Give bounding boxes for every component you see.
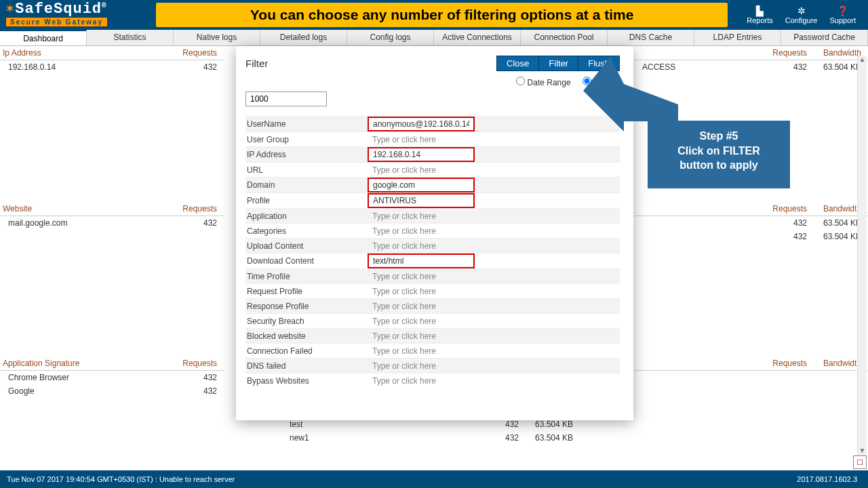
tab-statistics[interactable]: Statistics (87, 30, 174, 45)
filter-row-bypass-websites: Bypass Websites (245, 373, 620, 388)
filter-input-ip-address[interactable] (368, 147, 475, 162)
filter-input-connection-failed[interactable] (368, 344, 475, 358)
brand-tagline: Secure Web Gateway (5, 17, 108, 27)
col-bandwidth: Bandwidth (807, 359, 861, 368)
filter-label: Upload Content (245, 241, 368, 251)
table-row[interactable]: mail.google.com432 (0, 216, 224, 230)
filter-row-application: Application (245, 208, 620, 223)
filter-label: Blocked website (245, 331, 368, 341)
table-row[interactable]: 43263.504 KB (634, 216, 868, 230)
filter-label: DNS failed (245, 361, 368, 371)
table-row[interactable]: new143263.504 KB (281, 431, 580, 445)
lines-input[interactable] (245, 92, 327, 106)
col-bandwidth: Bandwidth (807, 204, 861, 214)
filter-label: Response Profile (245, 302, 368, 311)
tab-password-cache[interactable]: Password Cache (781, 30, 868, 45)
filter-input-url[interactable] (368, 163, 475, 177)
filter-button[interactable]: Filter (539, 56, 578, 70)
brand-name: SafeSquid (15, 1, 102, 18)
tab-dashboard[interactable]: Dashboard (0, 30, 87, 45)
callout-line3: button to apply (654, 158, 783, 173)
filter-label: Time Profile (245, 272, 368, 281)
top-bar: ✶SafeSquid® Secure Web Gateway You can c… (0, 0, 868, 30)
col-requests: Requests (163, 204, 217, 214)
col-ip: Ip Address (3, 48, 163, 58)
tab-ldap-entries[interactable]: LDAP Entries (694, 30, 781, 45)
filter-label: Domain (245, 180, 368, 190)
tab-dns-cache[interactable]: DNS Cache (608, 30, 694, 45)
tab-connection-pool[interactable]: Connection Pool (521, 30, 608, 45)
filter-row-ip-address: IP Address (245, 146, 620, 162)
filter-label: Download Content (245, 256, 368, 266)
filter-input-response-profile[interactable] (368, 300, 475, 313)
filter-input-categories[interactable] (368, 224, 475, 238)
table-row[interactable]: 192.168.0.14432 (0, 60, 224, 74)
reports-link[interactable]: ▙Reports (747, 5, 773, 24)
tab-bar: DashboardStatisticsNative logsDetailed l… (0, 30, 868, 46)
filter-input-time-profile[interactable] (368, 270, 475, 283)
scroll-up-icon[interactable]: ▲ (858, 56, 867, 63)
callout-line2: Click on FILTER (654, 144, 783, 159)
filter-row-domain: Domain (245, 177, 620, 192)
tab-config-logs[interactable]: Config logs (347, 30, 434, 45)
filter-input-user-group[interactable] (368, 133, 475, 146)
panel-application: Application SignatureRequests Chrome Bro… (0, 357, 224, 472)
top-links: ▙Reports ✲Configure ❓Support (734, 5, 868, 24)
tab-native-logs[interactable]: Native logs (174, 30, 260, 45)
logo: ✶SafeSquid® Secure Web Gateway (0, 1, 149, 29)
filter-input-download-content[interactable] (368, 253, 475, 268)
filter-input-upload-content[interactable] (368, 239, 475, 253)
filter-input-request-profile[interactable] (368, 285, 475, 298)
col-requests: Requests (753, 48, 807, 58)
status-version: 2017.0817.1602.3 (797, 470, 861, 488)
gear-icon: ✲ (785, 5, 818, 16)
pdf-export-icon[interactable]: ☐ (853, 455, 867, 469)
dialog-title: Filter (245, 58, 496, 69)
filter-row-blocked-website: Blocked website (245, 328, 620, 343)
filter-row-request-profile: Request Profile (245, 283, 620, 298)
scroll-down-icon[interactable]: ▼ (858, 447, 867, 454)
filter-row-profile: Profile (245, 192, 620, 208)
filter-label: Bypass Websites (245, 376, 368, 386)
configure-link[interactable]: ✲Configure (785, 5, 818, 24)
filter-row-dns-failed: DNS failed (245, 358, 620, 373)
filter-label: UserName (245, 119, 368, 129)
filter-label: Categories (245, 226, 368, 236)
scrollbar[interactable]: ▲ ▼ (857, 56, 867, 455)
filter-input-dns-failed[interactable] (368, 359, 475, 373)
col-requests: Requests (163, 48, 217, 58)
tab-detailed-logs[interactable]: Detailed logs (260, 30, 347, 45)
opt-date-range[interactable]: Date Range (516, 78, 570, 87)
table-row[interactable]: Chrome Browser432 (0, 371, 224, 384)
panel-website: WebsiteRequests mail.google.com432 (0, 202, 224, 357)
support-link[interactable]: ❓Support (829, 5, 856, 24)
filter-row-username: UserName (245, 116, 620, 131)
callout-line1: Step #5 (654, 129, 783, 144)
panel-right-bot: RequestsBandwidth (634, 357, 868, 472)
close-button[interactable]: Close (497, 56, 539, 70)
table-row[interactable]: Google432 (0, 384, 224, 398)
tab-active-connections[interactable]: Active Connections (434, 30, 521, 45)
panel-right-mid: RequestsBandwidth 43263.504 KB43263.504 … (634, 202, 868, 357)
filter-label: IP Address (245, 150, 368, 159)
filter-row-download-content: Download Content (245, 253, 620, 268)
status-message: Tue Nov 07 2017 19:40:54 GMT+0530 (IST) … (7, 470, 797, 488)
filter-input-security-breach[interactable] (368, 314, 475, 328)
filter-input-domain[interactable] (368, 178, 475, 192)
filter-row-time-profile: Time Profile (245, 268, 620, 283)
filter-input-blocked-website[interactable] (368, 329, 475, 343)
filter-label: Application (245, 211, 368, 221)
filter-label: User Group (245, 135, 368, 144)
filter-row-connection-failed: Connection Failed (245, 343, 620, 358)
filter-row-security-breach: Security Breach (245, 313, 620, 328)
status-bar: Tue Nov 07 2017 19:40:54 GMT+0530 (IST) … (0, 470, 868, 488)
table-row[interactable]: 43263.504 KB (634, 230, 868, 243)
filter-input-bypass-websites[interactable] (368, 374, 475, 388)
filter-input-application[interactable] (368, 209, 475, 223)
filter-row-response-profile: Response Profile (245, 298, 620, 313)
filter-input-profile[interactable] (368, 193, 475, 208)
brand-reg: ® (102, 1, 107, 9)
filter-input-username[interactable] (368, 117, 475, 131)
col-requests: Requests (753, 204, 807, 214)
info-banner: You can choose any number of filtering o… (156, 3, 728, 27)
